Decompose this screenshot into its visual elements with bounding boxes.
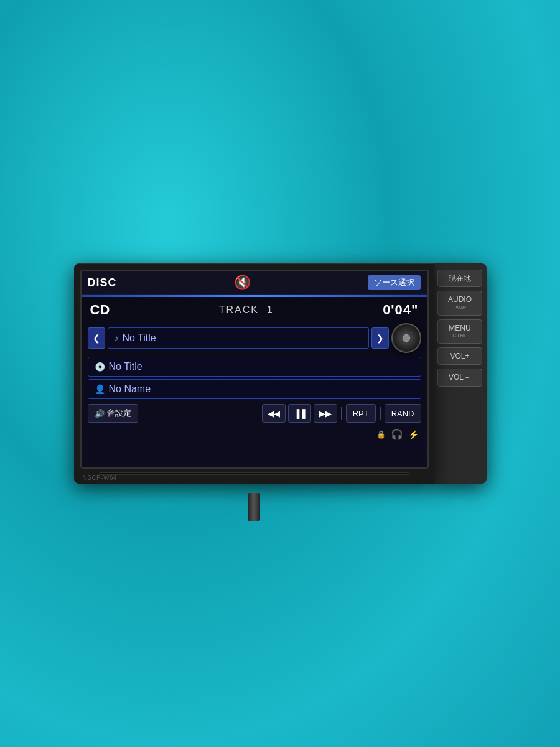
headphone-icon: 🎧: [391, 428, 403, 440]
screen-header: DISC 🔇 ソース選択: [82, 271, 427, 295]
screen-inner: DISC 🔇 ソース選択 CD TRACK 1 0'04": [82, 271, 427, 467]
prev-track-button[interactable]: ❮: [88, 327, 105, 349]
track-title-field: ♪ No Title: [108, 327, 369, 349]
volume-up-button[interactable]: VOL+: [437, 347, 482, 365]
divider2: [380, 407, 381, 420]
album-title-text: No Title: [109, 361, 142, 372]
pause-button[interactable]: ▐▐: [288, 404, 310, 423]
fast-forward-button[interactable]: ▶▶: [314, 404, 337, 423]
menu-ctrl-button[interactable]: MENU CTRL: [437, 319, 482, 344]
rewind-button[interactable]: ◀◀: [262, 404, 286, 423]
album-row: 💿 No Title: [88, 357, 421, 377]
current-location-button[interactable]: 現在地: [437, 270, 482, 287]
audio-power-button[interactable]: AUDIO PWR: [437, 291, 482, 315]
artist-row: 👤 No Name: [88, 379, 421, 399]
music-note-icon: ♪: [114, 333, 119, 343]
album-icon: 💿: [95, 362, 105, 372]
disc-visual: [391, 323, 421, 353]
right-panel: 現在地 AUDIO PWR MENU CTRL VOL+ VOL－: [434, 263, 487, 484]
artist-icon: 👤: [95, 384, 105, 394]
bottom-panel: 🔒 🎧 ⚡: [82, 426, 427, 442]
header-center: 🔇: [234, 275, 251, 291]
signal-icon: 🔇: [234, 275, 251, 291]
stand-pole: [248, 493, 260, 521]
track-title-text: No Title: [123, 332, 156, 344]
cd-label: CD: [90, 302, 110, 318]
screen: DISC 🔇 ソース選択 CD TRACK 1 0'04": [80, 270, 429, 469]
lock-icon: 🔒: [376, 430, 386, 439]
model-label: NSCP-W64: [83, 474, 118, 481]
device: DISC 🔇 ソース選択 CD TRACK 1 0'04": [74, 263, 487, 484]
disc-label: DISC: [88, 276, 117, 289]
stand: [248, 493, 260, 521]
cd-slot: [99, 472, 410, 475]
next-track-button[interactable]: ❯: [371, 327, 389, 349]
artist-name-text: No Name: [109, 383, 151, 395]
time-display: 0'04": [383, 302, 418, 318]
speaker-icon: 🔊: [95, 409, 105, 418]
usb-icon: ⚡: [408, 430, 419, 439]
random-button[interactable]: RAND: [385, 404, 421, 423]
repeat-button[interactable]: RPT: [346, 404, 376, 423]
control-bar: 🔊 音設定 ◀◀ ▐▐ ▶▶ RPT: [88, 404, 421, 423]
source-select-button[interactable]: ソース選択: [368, 275, 421, 290]
main-unit: DISC 🔇 ソース選択 CD TRACK 1 0'04": [74, 263, 434, 484]
track-title-row: ❮ ♪ No Title ❯: [88, 323, 421, 353]
track-info: TRACK 1: [219, 304, 274, 316]
volume-down-button[interactable]: VOL－: [437, 369, 482, 386]
cd-info-row: CD TRACK 1 0'04": [82, 297, 427, 321]
audio-setting-button[interactable]: 🔊 音設定: [88, 404, 138, 423]
divider: [341, 407, 342, 420]
